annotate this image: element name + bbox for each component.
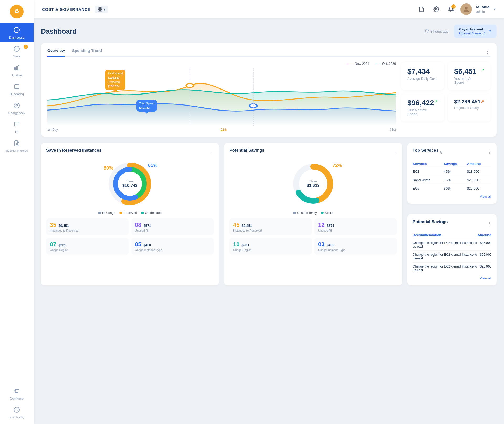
potential-stat-label-3: Cange Instance Type bbox=[318, 248, 393, 252]
settings-btn[interactable] bbox=[431, 4, 442, 14]
nav-dropdown[interactable]: ▾ bbox=[95, 6, 108, 13]
sidebar-item-save[interactable]: 2 Save bbox=[0, 42, 34, 61]
potential-savings-header: Potential Savings ⋮ bbox=[229, 148, 397, 156]
edit-icon[interactable]: ✎ bbox=[489, 29, 492, 33]
legend-dot-costeff bbox=[293, 212, 296, 214]
legend-score: Score bbox=[321, 211, 333, 215]
svg-rect-3 bbox=[16, 67, 17, 70]
bottom-grid: Save in Reserved Instances ⋮ bbox=[41, 143, 497, 285]
player-account-info: Player Account Account Name : 1 bbox=[459, 27, 486, 35]
player-account-card[interactable]: Player Account Account Name : 1 ✎ bbox=[454, 25, 497, 38]
potential-savings-panel: Potential Savings ⋮ Sav bbox=[224, 143, 402, 285]
potential-stat-1: 12 $571 Unused RI bbox=[314, 218, 397, 235]
sidebar-item-ri[interactable]: RI bbox=[0, 118, 34, 137]
stat-value-lastmonth: $96,422 bbox=[407, 99, 434, 107]
services-view-all[interactable]: View all bbox=[413, 195, 491, 198]
reserved-instances-header: Save in Reserved Instances ⋮ bbox=[46, 148, 214, 156]
savings-rec: Change the region for EC2 x-small instan… bbox=[413, 239, 477, 251]
player-account-title: Player Account bbox=[459, 27, 486, 31]
sidebar-item-label: Analize bbox=[12, 74, 22, 77]
save-badge: 2 bbox=[24, 45, 28, 49]
potential-legend: Cost Ifficiency Score bbox=[229, 211, 397, 215]
tab-spending[interactable]: Spending Trend bbox=[72, 48, 102, 57]
stat-yesterday: $6,451 Yesterday's Spend ↗ bbox=[448, 62, 491, 90]
refresh-icon bbox=[425, 29, 429, 33]
right-column: Top Services ∨ ⋮ Services Savings Amound bbox=[407, 143, 497, 285]
tab-more-btn[interactable]: ⋮ bbox=[485, 48, 490, 56]
save-icon bbox=[14, 46, 20, 54]
tab-overview[interactable]: Overview bbox=[47, 48, 65, 57]
potential-stat-num-3: 03 bbox=[318, 241, 324, 248]
potential-savings-table-title: Potential Savings bbox=[413, 219, 448, 224]
sidebar-item-analyze[interactable]: Analize bbox=[0, 61, 34, 80]
savings-table: Recommendation Amound Change the region … bbox=[413, 232, 491, 274]
legend-label-score: Score bbox=[325, 211, 333, 215]
potential-donut-center: Save $1,613 bbox=[307, 180, 320, 188]
stat-label-projected: Projected Yearly bbox=[454, 106, 480, 110]
sidebar-item-dashboard[interactable]: Dashboard bbox=[0, 23, 34, 42]
stats-column: $7,434 Average Daily Cost $6,451 Yesterd… bbox=[401, 62, 490, 131]
reserved-stat-0: 35 $9,451 Instances to Reserved bbox=[46, 218, 129, 235]
table-row: EC530%$20,000 bbox=[413, 184, 491, 193]
dashboard-header: Dashboard 3 hours ago Player Account Acc… bbox=[41, 25, 497, 38]
legend-cost-eff: Cost Ifficiency bbox=[293, 211, 317, 215]
user-dropdown-arrow[interactable]: ▾ bbox=[494, 7, 496, 11]
tooltip-line4: $150.554 bbox=[108, 84, 123, 89]
potential-stat-2: 10 $231 Cange Region bbox=[229, 238, 312, 255]
donut-center-label: Save bbox=[122, 180, 138, 183]
legend-oct: Oct. 2020 bbox=[374, 62, 396, 66]
service-amount: $25,000 bbox=[467, 176, 491, 184]
potential-stat-amt-0: $9,451 bbox=[242, 224, 252, 228]
donut-pct-orange: 80% bbox=[104, 165, 113, 171]
service-name: EC2 bbox=[413, 167, 444, 176]
reserved-stat-amt-1: $571 bbox=[143, 224, 151, 228]
content-area: Dashboard 3 hours ago Player Account Acc… bbox=[34, 18, 504, 424]
dashboard-title: Dashboard bbox=[41, 27, 77, 35]
tooltip-line2: $100.623 bbox=[108, 76, 123, 80]
overview-card: Overview Spending Trend ⋮ Now 2021 Oct. … bbox=[41, 43, 497, 137]
legend-dot-score bbox=[321, 212, 324, 214]
tooltip-blue-line1: Total Spend bbox=[139, 101, 154, 106]
legend-dot-oct bbox=[374, 64, 381, 64]
potential-donut-area: Save $1,613 72% bbox=[229, 160, 397, 207]
potential-stat-label-2: Cange Region bbox=[233, 248, 308, 252]
savings-view-all[interactable]: View all bbox=[413, 276, 491, 280]
stat-avg-daily: $7,434 Average Daily Cost bbox=[401, 62, 444, 90]
top-services-dropdown[interactable]: ∨ bbox=[440, 150, 443, 154]
sidebar-item-configure[interactable]: Configure bbox=[0, 384, 34, 403]
potential-stat-num-2: 10 bbox=[233, 241, 239, 248]
potential-savings-table-header: Potential Savings ⋮ bbox=[413, 219, 491, 228]
legend-ondemand: On-demand bbox=[141, 211, 162, 215]
reserved-donut-area: Save $10,743 80% 65% bbox=[46, 160, 214, 207]
savings-col-amount: Amound bbox=[477, 232, 491, 239]
svg-rect-18 bbox=[101, 7, 102, 9]
table-row: Change the region for EC2 x-small instan… bbox=[413, 263, 491, 274]
potential-savings-table-more[interactable]: ⋮ bbox=[488, 222, 491, 226]
sidebar-item-savehistory[interactable]: Save history bbox=[0, 403, 34, 421]
service-name: EC5 bbox=[413, 184, 444, 193]
dashboard-header-right: 3 hours ago Player Account Account Name … bbox=[425, 25, 497, 38]
documents-btn[interactable] bbox=[416, 4, 427, 14]
potential-stat-num-1: 12 bbox=[318, 222, 324, 228]
donut-center-value: $10,743 bbox=[122, 183, 138, 188]
sidebar-item-reseller[interactable]: Reseller invoices bbox=[0, 137, 34, 155]
sidebar-item-chargeback[interactable]: Chargeback bbox=[0, 99, 34, 118]
savings-rec: Change the region for EC2 x-small instan… bbox=[413, 251, 477, 263]
reserved-instances-title: Save in Reserved Instances bbox=[46, 148, 102, 153]
sidebar-item-label: Chargeback bbox=[8, 111, 25, 115]
sidebar-item-budgeting[interactable]: Budgeting bbox=[0, 80, 34, 99]
stat-label-lastmonth: Last Month's Spend bbox=[407, 108, 434, 116]
legend-reserved: Reserved bbox=[119, 211, 137, 215]
reserved-stat-label-2: Cange Region bbox=[50, 248, 125, 252]
reserved-instances-more[interactable]: ⋮ bbox=[210, 150, 214, 154]
potential-savings-more[interactable]: ⋮ bbox=[393, 150, 397, 154]
top-services-more[interactable]: ⋮ bbox=[488, 150, 491, 154]
legend-label-costeff: Cost Ifficiency bbox=[297, 211, 317, 215]
notifications-btn[interactable]: 11 bbox=[446, 4, 456, 14]
trend-up-icon2: ↗ bbox=[434, 99, 438, 104]
user-role: admin bbox=[476, 10, 490, 14]
topnav: COST & GOVERNANCE ▾ 11 Milania admin ▾ bbox=[34, 0, 504, 18]
potential-donut-value: $1,613 bbox=[307, 183, 320, 188]
chargeback-icon bbox=[14, 102, 20, 110]
tooltip-blue-line2: $85.643 bbox=[139, 106, 154, 110]
